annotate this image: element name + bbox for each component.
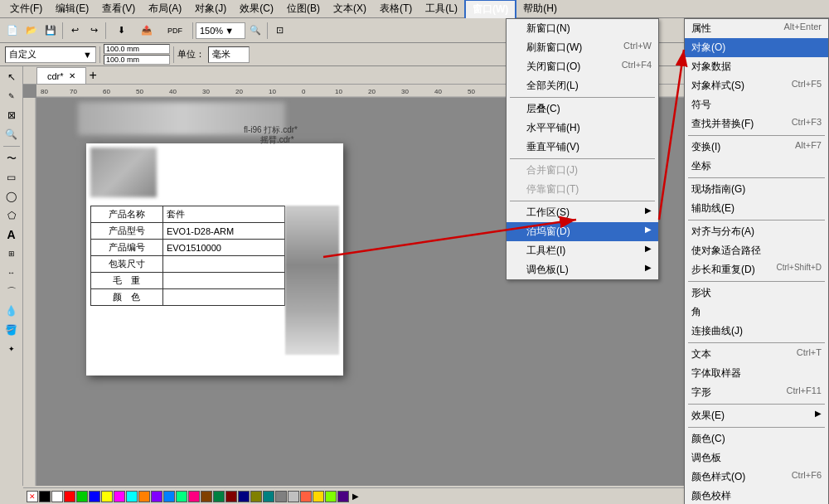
color-swatch-red[interactable] xyxy=(64,491,75,502)
style-dropdown[interactable]: 自定义 ▼ xyxy=(5,46,96,63)
pm-text[interactable]: 文本 Ctrl+T xyxy=(685,345,828,364)
table-tool[interactable]: ⊞ xyxy=(2,245,21,263)
snap-btn[interactable]: ⊡ xyxy=(270,22,288,40)
poly-tool[interactable]: ⬠ xyxy=(2,206,21,225)
document-canvas[interactable]: 产品名称 套件 产品型号 EVO1-D28-ARM 产品编号 EVO151000… xyxy=(86,143,343,376)
tab-close[interactable]: ✕ xyxy=(69,71,75,80)
pm-color-style[interactable]: 颜色样式(O) Ctrl+F6 xyxy=(685,468,828,487)
no-color-swatch[interactable]: ✕ xyxy=(27,491,38,502)
pm-color[interactable]: 颜色(C) xyxy=(685,429,828,448)
menu-help[interactable]: 帮助(H) xyxy=(516,0,564,17)
menu-docker[interactable]: 泊坞窗(D) ▶ xyxy=(507,222,658,241)
color-swatch-teal[interactable] xyxy=(263,491,274,502)
pm-object-style[interactable]: 对象样式(S) Ctrl+F5 xyxy=(685,76,828,95)
menu-toolbars[interactable]: 工具栏(I) ▶ xyxy=(507,241,658,260)
color-swatch-purple[interactable] xyxy=(151,491,162,502)
color-swatch-black[interactable] xyxy=(39,491,51,502)
connector-tool[interactable]: ⌒ xyxy=(2,283,21,301)
pm-properties[interactable]: 属性 Alt+Enter xyxy=(685,19,828,38)
color-swatch-pink[interactable] xyxy=(188,491,200,502)
fill-tool[interactable]: 🪣 xyxy=(2,321,21,339)
menu-object[interactable]: 对象(J) xyxy=(188,0,233,17)
pm-align[interactable]: 对齐与分布(A) xyxy=(685,222,828,241)
pm-color-proof[interactable]: 颜色校样 xyxy=(685,487,828,504)
menu-tile-v[interactable]: 垂直平铺(V) xyxy=(507,138,658,157)
undo-btn[interactable]: ↩ xyxy=(65,22,84,40)
rect-tool[interactable]: ▭ xyxy=(2,168,21,187)
save-btn[interactable]: 💾 xyxy=(41,22,60,40)
pm-step-repeat[interactable]: 步长和重复(D) Ctrl+Shift+D xyxy=(685,260,828,279)
menu-workspace[interactable]: 工作区(S) ▶ xyxy=(507,203,658,222)
menu-text[interactable]: 文本(X) xyxy=(327,0,373,17)
color-swatch-coral[interactable] xyxy=(300,491,312,502)
unit-dropdown[interactable]: 毫米 xyxy=(208,46,250,63)
color-swatch-lime[interactable] xyxy=(325,491,337,502)
color-swatch-lightblue[interactable] xyxy=(163,491,175,502)
zoom-tool[interactable]: 🔍 xyxy=(2,125,21,143)
eyedrop-tool[interactable]: 💧 xyxy=(2,302,21,320)
menu-cascade[interactable]: 层叠(C) xyxy=(507,99,658,119)
color-more[interactable]: ▶ xyxy=(350,491,361,502)
pm-find-replace[interactable]: 查找并替换(F) Ctrl+F3 xyxy=(685,114,828,133)
height-input[interactable]: 100.0 mm xyxy=(104,55,170,65)
interactive-tool[interactable]: ✦ xyxy=(2,340,21,358)
menu-edit[interactable]: 编辑(E) xyxy=(49,0,95,17)
text-tool[interactable]: A xyxy=(2,225,21,244)
menu-window[interactable]: 窗口(W) xyxy=(464,0,516,18)
menu-new-window[interactable]: 新窗口(N) xyxy=(507,19,658,38)
menu-close-window[interactable]: 关闭窗口(O) Ctrl+F4 xyxy=(507,57,658,76)
pm-fit-path[interactable]: 使对象适合路径 xyxy=(685,241,828,260)
color-swatch-green[interactable] xyxy=(76,491,88,502)
color-swatch-olive[interactable] xyxy=(250,491,262,502)
color-swatch-navy[interactable] xyxy=(238,491,250,502)
pm-palette[interactable]: 调色板 xyxy=(685,448,828,468)
color-swatch-blue[interactable] xyxy=(89,491,100,502)
color-swatch-gold[interactable] xyxy=(313,491,324,502)
menu-bitmap[interactable]: 位图(B) xyxy=(280,0,327,17)
menu-layout[interactable]: 布局(A) xyxy=(142,0,188,17)
pm-shape[interactable]: 形状 xyxy=(685,284,828,303)
pm-effects[interactable]: 效果(E) ▶ xyxy=(685,406,828,425)
pm-transform[interactable]: 变换(I) Alt+F7 xyxy=(685,138,828,157)
menu-refresh-window[interactable]: 刷新窗口(W) Ctrl+W xyxy=(507,38,658,57)
import-btn[interactable]: ⬇ xyxy=(109,22,133,40)
menu-merge[interactable]: 合并窗口(J) xyxy=(507,161,658,180)
zoom-input[interactable]: 150% ▼ xyxy=(196,22,245,39)
color-swatch-white[interactable] xyxy=(51,491,63,502)
color-swatch-cyan[interactable] xyxy=(126,491,138,502)
pm-font-sampler[interactable]: 字体取样器 xyxy=(685,364,828,383)
color-swatch-brown[interactable] xyxy=(201,491,212,502)
freehand2-tool[interactable]: 〜 xyxy=(2,149,21,167)
color-swatch-darkred[interactable] xyxy=(225,491,237,502)
open-btn[interactable]: 📂 xyxy=(22,22,41,40)
pm-coords[interactable]: 坐标 xyxy=(685,157,828,176)
menu-close-all[interactable]: 全部关闭(L) xyxy=(507,76,658,95)
crop-tool[interactable]: ⊠ xyxy=(2,106,21,124)
color-swatch-indigo[interactable] xyxy=(337,491,349,502)
color-swatch-orange[interactable] xyxy=(138,491,150,502)
menu-view[interactable]: 查看(V) xyxy=(95,0,142,17)
pm-guides[interactable]: 辅助线(E) xyxy=(685,199,828,218)
menu-pause[interactable]: 停靠窗口(T) xyxy=(507,180,658,199)
menu-tools[interactable]: 工具(L) xyxy=(419,0,464,17)
select-tool[interactable]: ↖ xyxy=(2,68,21,86)
pdf-btn[interactable]: PDF xyxy=(160,22,190,40)
menu-tile-h[interactable]: 水平平铺(H) xyxy=(507,119,658,138)
color-swatch-darkgreen[interactable] xyxy=(213,491,225,502)
pm-object-data[interactable]: 对象数据 xyxy=(685,57,828,76)
document-tab[interactable]: cdr* ✕ xyxy=(36,67,86,84)
menu-table[interactable]: 表格(T) xyxy=(373,0,419,17)
export-btn[interactable]: 📤 xyxy=(134,22,159,40)
color-swatch-silver[interactable] xyxy=(288,491,299,502)
menu-effects[interactable]: 效果(C) xyxy=(233,0,280,17)
ellipse-tool[interactable]: ◯ xyxy=(2,187,21,206)
pm-connect-curve[interactable]: 连接曲线(J) xyxy=(685,322,828,341)
width-input[interactable]: 100.0 mm xyxy=(104,44,170,54)
menu-file[interactable]: 文件(F) xyxy=(3,0,49,17)
pm-glyph[interactable]: 字形 Ctrl+F11 xyxy=(685,383,828,402)
color-swatch-yellow[interactable] xyxy=(101,491,113,502)
pm-object[interactable]: 对象(O) xyxy=(685,38,828,57)
freehand-tool[interactable]: ✎ xyxy=(2,87,21,105)
color-swatch-magenta[interactable] xyxy=(114,491,125,502)
zoom-btn[interactable]: 🔍 xyxy=(246,22,264,40)
